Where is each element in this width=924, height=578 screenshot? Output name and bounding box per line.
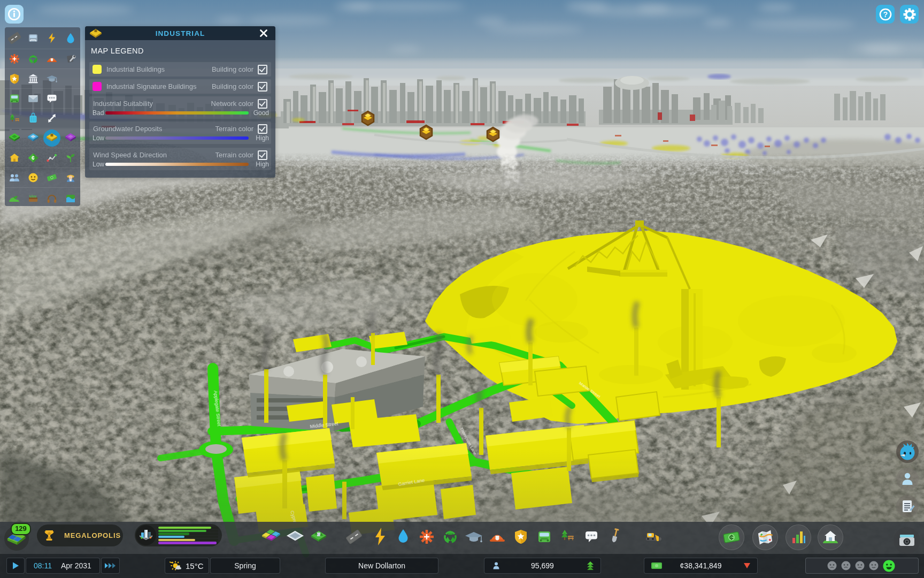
svg-text:?: ? (883, 10, 888, 19)
svg-text:¢: ¢ (729, 533, 734, 542)
svg-text:¢: ¢ (32, 155, 35, 161)
